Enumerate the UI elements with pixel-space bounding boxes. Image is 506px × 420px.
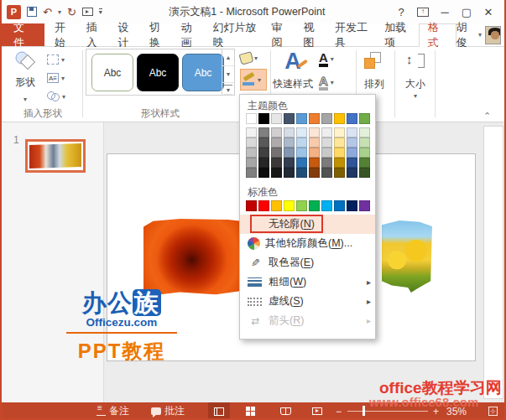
theme-variant-swatch[interactable] xyxy=(347,168,357,178)
shape-fill-button[interactable]: ▾ xyxy=(240,49,265,67)
user-account[interactable]: 胡俊 ▾ xyxy=(456,23,504,46)
theme-variant-swatch[interactable] xyxy=(296,168,307,178)
theme-variant-swatch[interactable] xyxy=(321,148,332,158)
standard-color-swatch[interactable] xyxy=(296,200,307,211)
standard-color-swatch[interactable] xyxy=(246,200,257,211)
undo-icon[interactable]: ↶ xyxy=(43,7,52,18)
tab-视图[interactable]: 视图 xyxy=(296,23,328,46)
normal-view-button[interactable] xyxy=(208,402,230,420)
zoom-out-button[interactable]: − xyxy=(336,402,342,420)
standard-color-swatch[interactable] xyxy=(309,200,320,211)
text-box-button[interactable]: A≡▾ xyxy=(47,70,76,86)
theme-variant-swatch[interactable] xyxy=(359,148,370,158)
menu-item-W[interactable]: 粗细(W)▸ xyxy=(240,272,375,292)
menu-item-S[interactable]: 虚线(S)▸ xyxy=(240,292,375,311)
theme-variant-swatch[interactable] xyxy=(309,137,320,148)
save-icon[interactable] xyxy=(27,7,37,17)
standard-color-swatch[interactable] xyxy=(347,200,357,211)
menu-item-E[interactable]: ✎取色器(E) xyxy=(240,253,375,272)
zoom-slider-track[interactable] xyxy=(347,411,428,412)
comments-button[interactable]: 批注 xyxy=(151,402,185,420)
theme-variant-swatch[interactable] xyxy=(271,127,282,137)
theme-color-swatch[interactable] xyxy=(258,113,269,124)
theme-color-swatch[interactable] xyxy=(334,113,345,124)
user-avatar[interactable] xyxy=(485,26,501,44)
theme-variant-swatch[interactable] xyxy=(296,137,307,148)
theme-color-swatch[interactable] xyxy=(347,113,357,124)
gallery-scroll-up-icon[interactable]: ▲ xyxy=(222,49,234,66)
theme-variant-swatch[interactable] xyxy=(334,137,345,148)
theme-variant-swatch[interactable] xyxy=(347,158,357,168)
theme-variant-swatch[interactable] xyxy=(284,137,295,148)
zoom-slider-thumb[interactable] xyxy=(363,406,365,416)
standard-color-swatch[interactable] xyxy=(359,200,370,211)
tab-审阅[interactable]: 审阅 xyxy=(265,23,297,46)
merge-shapes-button[interactable]: ▾ xyxy=(47,89,76,104)
notes-button[interactable]: 备注 xyxy=(97,402,129,420)
menu-item-N[interactable]: 无轮廓(N) xyxy=(240,215,375,234)
shape-style-thumbnail[interactable]: Abc xyxy=(91,54,133,91)
theme-variant-swatch[interactable] xyxy=(321,137,332,148)
tab-file[interactable]: 文件 xyxy=(2,23,44,46)
theme-variant-swatch[interactable] xyxy=(359,168,370,178)
text-fill-button[interactable]: A▾ xyxy=(319,49,344,69)
tab-切换[interactable]: 切换 xyxy=(143,23,175,46)
theme-variant-swatch[interactable] xyxy=(271,158,282,168)
theme-variant-swatch[interactable] xyxy=(296,127,307,137)
tab-开发工具[interactable]: 开发工具 xyxy=(328,23,378,46)
theme-variant-swatch[interactable] xyxy=(284,148,295,158)
theme-variant-swatch[interactable] xyxy=(271,137,282,148)
theme-variant-swatch[interactable] xyxy=(334,148,345,158)
tab-开始[interactable]: 开始 xyxy=(48,23,80,46)
theme-variant-swatch[interactable] xyxy=(334,127,345,137)
minimize-button[interactable]: ─ xyxy=(436,3,454,20)
theme-color-swatch[interactable] xyxy=(246,113,257,124)
help-button[interactable]: ? xyxy=(392,3,410,20)
redo-icon[interactable]: ↻ xyxy=(67,7,76,18)
standard-color-swatch[interactable] xyxy=(258,200,269,211)
theme-variant-swatch[interactable] xyxy=(258,127,269,137)
slide-thumbnail[interactable] xyxy=(25,139,86,173)
theme-variant-swatch[interactable] xyxy=(347,127,357,137)
theme-variant-swatch[interactable] xyxy=(258,168,269,178)
menu-item-M[interactable]: 其他轮廓颜色(M)... xyxy=(240,234,375,253)
theme-variant-swatch[interactable] xyxy=(271,168,282,178)
theme-variant-swatch[interactable] xyxy=(334,168,345,178)
theme-variant-swatch[interactable] xyxy=(334,158,345,168)
theme-variant-swatch[interactable] xyxy=(296,158,307,168)
theme-color-swatch[interactable] xyxy=(359,113,370,124)
theme-variant-swatch[interactable] xyxy=(246,168,257,178)
theme-variant-swatch[interactable] xyxy=(309,127,320,137)
slideshow-view-button[interactable] xyxy=(306,402,328,420)
theme-color-swatch[interactable] xyxy=(309,113,320,124)
shape-outline-button[interactable]: ▾ xyxy=(240,69,267,91)
tab-插入[interactable]: 插入 xyxy=(80,23,112,46)
undo-caret-icon[interactable]: ▾ xyxy=(58,8,61,16)
close-button[interactable]: ✕ xyxy=(479,3,498,20)
standard-color-swatch[interactable] xyxy=(334,200,345,211)
menu-item-R[interactable]: ⇄箭头(R)▸ xyxy=(240,311,375,330)
powerpoint-logo-icon[interactable]: P xyxy=(7,5,21,19)
tab-幻灯片放映[interactable]: 幻灯片放映 xyxy=(206,23,264,46)
maximize-button[interactable]: ▢ xyxy=(457,3,476,20)
shape-style-thumbnail[interactable]: Abc xyxy=(182,54,224,91)
size-caret-icon[interactable]: ▾ xyxy=(414,92,417,100)
standard-color-swatch[interactable] xyxy=(271,200,282,211)
vertical-scrollbar[interactable] xyxy=(483,126,503,399)
theme-variant-swatch[interactable] xyxy=(321,168,332,178)
fit-to-window-button[interactable]: ⊹ xyxy=(488,402,498,420)
theme-variant-swatch[interactable] xyxy=(246,158,257,168)
tulips-picture[interactable] xyxy=(382,220,432,293)
theme-variant-swatch[interactable] xyxy=(284,168,295,178)
reading-view-button[interactable] xyxy=(274,402,296,420)
theme-variant-swatch[interactable] xyxy=(258,137,269,148)
theme-variant-swatch[interactable] xyxy=(347,148,357,158)
theme-color-swatch[interactable] xyxy=(296,113,307,124)
theme-variant-swatch[interactable] xyxy=(309,158,320,168)
theme-variant-swatch[interactable] xyxy=(271,148,282,158)
theme-variant-swatch[interactable] xyxy=(296,148,307,158)
theme-variant-swatch[interactable] xyxy=(309,168,320,178)
theme-variant-swatch[interactable] xyxy=(284,127,295,137)
shapes-button[interactable]: 形状 ▾ xyxy=(8,49,42,104)
arrange-button[interactable]: 排列 xyxy=(359,77,389,91)
